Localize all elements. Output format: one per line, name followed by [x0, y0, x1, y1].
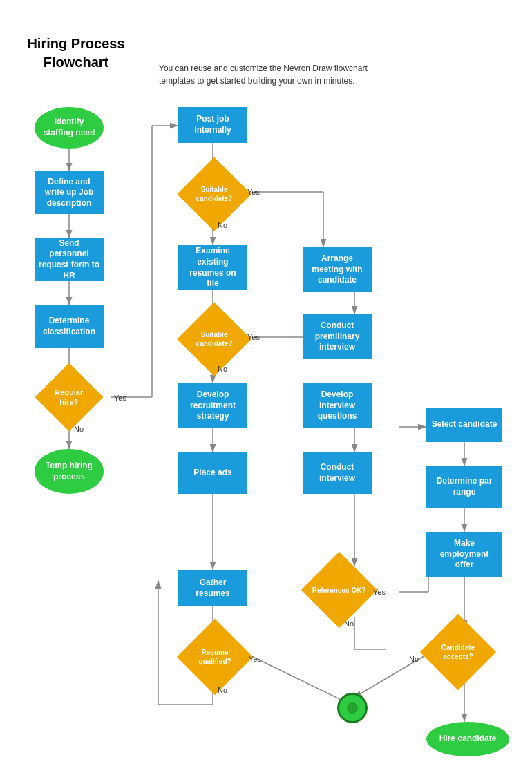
regular-hire-yes-label: Yes [114, 394, 126, 402]
regular-hire-diamond: Regular hire? [41, 373, 97, 421]
place-ads-node: Place ads [178, 452, 247, 494]
references-no-label: No [344, 620, 354, 628]
candidate-no-label: No [409, 655, 419, 663]
suitable1-no-label: No [218, 221, 227, 229]
conduct-node: Conduct interview [303, 452, 372, 494]
candidate-accepts-diamond: Candidate accepts? [430, 625, 485, 679]
svg-point-36 [347, 702, 358, 714]
resume-no-label: No [218, 686, 227, 694]
suitable2-yes-label: Yes [247, 333, 260, 341]
suitable1-diamond: Suitable candidate? [187, 168, 242, 216]
define-node: Define and write up Job description [35, 171, 104, 214]
resume-yes-label: Yes [249, 655, 261, 663]
post-job-node: Post job internally [178, 107, 247, 143]
send-node: Send personnel request form to HR [35, 238, 104, 281]
suitable1-yes-label: Yes [247, 188, 260, 196]
subtitle: You can reuse and customize the Nevron D… [159, 62, 387, 87]
suitable2-no-label: No [218, 365, 227, 373]
select-node: Select candidate [426, 408, 502, 442]
references-yes-label: Yes [373, 588, 386, 596]
develop-strategy-node: Develop recruitment strategy [178, 383, 247, 428]
suitable2-diamond: Suitable candidate? [187, 313, 242, 361]
determine-pay-node: Determine par range [426, 466, 502, 508]
develop-questions-node: Develop interview questions [303, 383, 372, 428]
page-title: Hiring Process Flowchart [21, 35, 131, 72]
svg-line-31 [254, 658, 351, 705]
hire-node: Hire candidate [426, 722, 509, 756]
examine-node: Examine existing resumes on file [178, 245, 247, 290]
arrange-node: Arrange meeting with candidate [303, 247, 372, 292]
temp-node: Temp hiring process [35, 449, 104, 494]
regular-hire-no-label: No [74, 425, 84, 433]
connector-circle [337, 693, 368, 723]
make-offer-node: Make employment offer [426, 532, 502, 577]
prelim-node: Conduct premilinary interview [303, 314, 372, 359]
resume-qualified-diamond: Resume qualified? [187, 630, 242, 684]
identify-node: Identify staffing need [35, 107, 104, 149]
determine-node: Determine classification [35, 305, 104, 348]
references-diamond: References OK? [311, 563, 366, 617]
gather-node: Gather resumes [178, 570, 247, 606]
